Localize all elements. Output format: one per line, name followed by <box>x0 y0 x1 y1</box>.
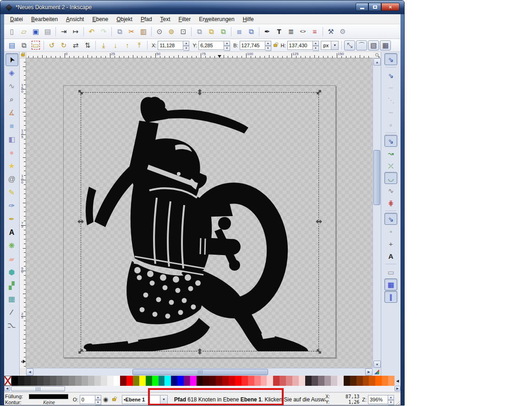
menu-ansicht[interactable]: Ansicht <box>62 15 88 24</box>
palette-swatch[interactable] <box>165 376 171 386</box>
fill-stroke-indicator[interactable]: Füllung: Kontur: Keine <box>5 394 69 405</box>
menu-hilfe[interactable]: Hilfe <box>239 15 258 24</box>
palette-swatch[interactable] <box>382 376 388 386</box>
menu-text[interactable]: Text <box>156 15 175 24</box>
scroll-right-arrow[interactable]: ▶ <box>365 368 373 376</box>
palette-swatch[interactable] <box>312 376 318 386</box>
selection-handle-s[interactable] <box>196 348 203 355</box>
flip-horizontal-button[interactable]: ⇄ <box>70 40 82 51</box>
horizontal-scroll-thumb[interactable] <box>132 369 268 375</box>
x-spinner[interactable]: ▲▼ <box>183 41 189 50</box>
snap-bbox-edge-midpoints-button[interactable]: ╌ <box>384 106 397 118</box>
palette-swatch[interactable] <box>11 376 18 386</box>
palette-swatch[interactable] <box>56 376 63 386</box>
fill-color-swatch[interactable] <box>29 394 68 399</box>
palette-swatch[interactable] <box>24 376 31 386</box>
scroll-down-arrow[interactable]: ▼ <box>373 361 381 368</box>
snap-bbox-centers-button[interactable]: ∘ <box>384 119 397 131</box>
move-patterns-toggle-button[interactable]: ▦ <box>380 40 391 50</box>
snap-text-baseline-button[interactable]: A <box>384 250 397 262</box>
snap-bbox-corners-button[interactable]: ⋱ <box>384 94 397 106</box>
palette-swatch[interactable] <box>94 376 101 386</box>
measure-tool-button[interactable]: ∡ <box>5 106 18 119</box>
horizontal-ruler[interactable]: 0255075100125150 <box>26 52 373 58</box>
flip-vertical-button[interactable]: ⇅ <box>82 40 93 51</box>
menu-objekt[interactable]: Objekt <box>112 15 137 24</box>
maximize-button[interactable] <box>368 3 381 11</box>
palette-scroll-thumb[interactable] <box>11 386 65 391</box>
palette-swatch[interactable] <box>37 376 44 386</box>
eraser-tool-button[interactable]: ▰ <box>5 253 18 266</box>
zoom-drawing-button[interactable]: ⊚ <box>165 26 177 37</box>
selection-handle-w[interactable] <box>77 218 84 225</box>
text-tool-tool-button[interactable]: A <box>5 226 18 239</box>
selector-tool-button[interactable]: ➤ <box>5 53 18 66</box>
fill-stroke-dialog-button[interactable]: ✒ <box>261 26 273 37</box>
layer-selector[interactable]: •Ebene 1 ▼ <box>122 395 168 404</box>
ruler-corner[interactable] <box>20 52 26 58</box>
cut-button[interactable]: ✂ <box>126 26 137 37</box>
redo-button[interactable]: ↷ <box>98 26 110 37</box>
rotate-ccw-button[interactable]: ↺ <box>46 40 58 51</box>
palette-swatch[interactable] <box>375 376 382 386</box>
vertical-scroll-thumb[interactable] <box>373 150 380 205</box>
copy-button[interactable]: ⧉ <box>114 26 126 37</box>
palette-swatch[interactable] <box>286 376 292 386</box>
snap-page-border-button[interactable]: ▭ <box>384 266 397 278</box>
raise-one-step-button[interactable]: ↑ <box>121 40 133 51</box>
palette-swatch[interactable] <box>305 376 312 386</box>
bezier-pen-tool-button[interactable]: ✑ <box>5 200 18 212</box>
pencil-tool-button[interactable]: ✎ <box>5 186 18 199</box>
palette-swatch[interactable] <box>190 376 197 386</box>
raise-to-top-button[interactable]: ⤒ <box>133 40 145 51</box>
zoom-page-button[interactable]: ⊡ <box>177 26 189 37</box>
palette-swatch[interactable] <box>299 376 305 386</box>
node-editor-tool-button[interactable]: ◈ <box>5 67 18 79</box>
palette-swatch[interactable] <box>222 376 229 386</box>
zoom-tool-button[interactable]: ⌕ <box>5 93 18 106</box>
dropper-tool-button[interactable]: ∕ <box>5 306 18 319</box>
color-management-toggle[interactable] <box>373 368 381 376</box>
snap-bbox-edges-button[interactable]: ┄ <box>384 82 397 94</box>
palette-swatch[interactable] <box>369 376 375 386</box>
snap-grids-button[interactable]: ▦ <box>384 278 397 290</box>
unlink-clone-button[interactable]: ⧉ <box>217 26 229 37</box>
text-dialog-button[interactable]: T <box>273 26 285 37</box>
palette-scroll-left-arrow[interactable]: ◀ <box>4 386 10 391</box>
mesh-gradient-tool-button[interactable]: ▦ <box>5 293 18 306</box>
minimize-button[interactable] <box>356 3 368 11</box>
palette-swatch[interactable] <box>146 376 152 386</box>
palette-swatch[interactable] <box>69 376 75 386</box>
opacity-spinner[interactable]: ▲▼ <box>95 395 101 404</box>
palette-swatch[interactable] <box>235 376 241 386</box>
scroll-left-arrow[interactable]: ◀ <box>26 368 33 376</box>
ungroup-objects-button[interactable]: ⧉ <box>245 26 257 37</box>
horizontal-scrollbar[interactable]: ◀ ▶ <box>26 368 373 376</box>
spiral-tool-button[interactable]: @ <box>5 173 18 186</box>
palette-swatch[interactable] <box>114 376 120 386</box>
move-gradients-toggle-button[interactable]: ▧ <box>368 40 379 50</box>
snap-rotation-centers-button[interactable]: + <box>384 238 397 250</box>
palette-swatch[interactable] <box>197 376 203 386</box>
layer-lock-toggle[interactable] <box>112 396 116 403</box>
rectangle-tool-button[interactable]: ■ <box>5 120 18 133</box>
palette-swatch[interactable] <box>120 376 126 386</box>
palette-swatch[interactable] <box>350 376 356 386</box>
palette-swatch[interactable] <box>344 376 350 386</box>
snap-smooth-nodes-button[interactable]: ∿ <box>384 184 397 196</box>
snap-others-button[interactable]: ⇘ <box>384 213 397 225</box>
height-input[interactable]: 137,430 <box>287 41 313 50</box>
palette-swatch[interactable] <box>50 376 56 386</box>
zoom-input[interactable]: 396% <box>368 395 388 404</box>
palette-swatch[interactable] <box>152 376 159 386</box>
deselect-button[interactable]: ▭ <box>30 40 42 51</box>
palette-swatch[interactable] <box>18 376 24 386</box>
paint-bucket-tool-button[interactable]: ⬢ <box>5 266 18 279</box>
selection-handle-n[interactable] <box>196 89 203 96</box>
menu-bearbeiten[interactable]: Bearbeiten <box>27 15 62 24</box>
layer-dropdown-icon[interactable]: ▼ <box>160 395 168 404</box>
palette-swatch[interactable] <box>388 376 395 386</box>
unit-dropdown-icon[interactable]: ▼ <box>331 41 339 50</box>
lock-ratio[interactable] <box>273 44 278 47</box>
palette-swatch[interactable] <box>331 376 337 386</box>
